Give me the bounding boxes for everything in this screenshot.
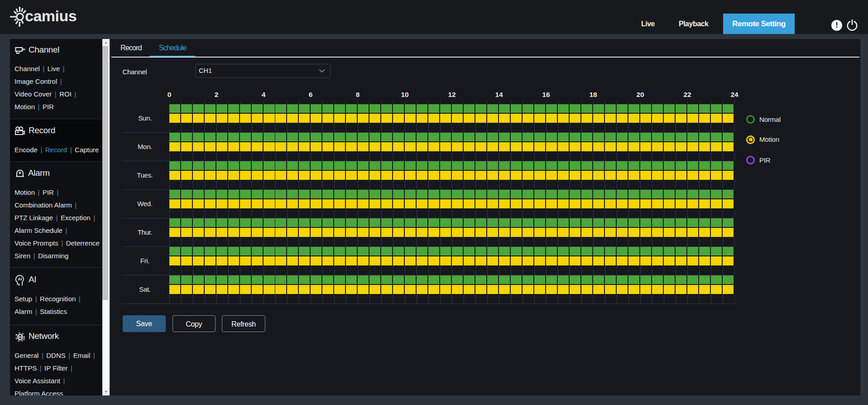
svg-text:AI: AI [18, 277, 22, 281]
